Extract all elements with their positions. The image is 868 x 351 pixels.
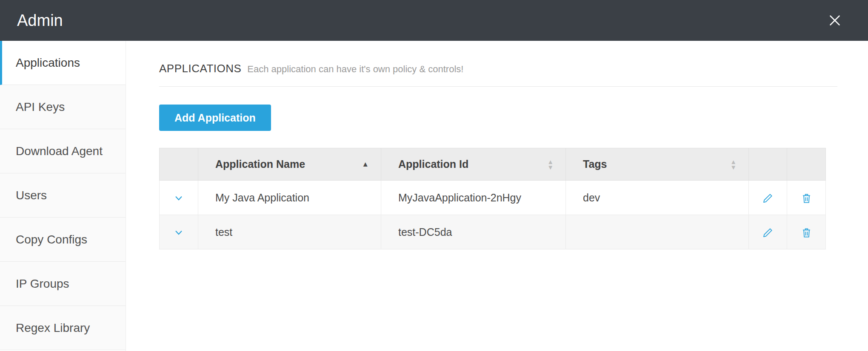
delete-column-header: [787, 148, 826, 181]
column-label: Tags: [583, 158, 607, 170]
cell-application-id: test-DC5da: [381, 215, 566, 249]
table-header-row: Application Name ▲ Application Id ▲ ▼: [160, 148, 826, 181]
expand-row-button[interactable]: [173, 226, 185, 238]
delete-button[interactable]: [801, 192, 812, 204]
add-application-button[interactable]: Add Application: [159, 105, 271, 131]
sidebar-item-label: Download Agent: [16, 144, 103, 158]
modal-header: Admin: [0, 0, 868, 41]
sort-ascending-icon[interactable]: ▲: [362, 161, 369, 168]
column-label: Application Id: [398, 158, 468, 170]
chevron-down-icon: [173, 226, 185, 238]
sidebar-item-label: Applications: [16, 56, 80, 70]
sidebar-item-applications[interactable]: Applications: [0, 41, 126, 85]
cell-application-name: My Java Application: [198, 181, 381, 215]
sidebar-item-copy-configs[interactable]: Copy Configs: [0, 218, 126, 262]
expand-column-header: [160, 148, 198, 181]
sidebar-item-api-keys[interactable]: API Keys: [0, 85, 126, 129]
page-title: Admin: [17, 11, 63, 30]
sidebar-item-label: Users: [16, 189, 47, 202]
cell-tags: [566, 215, 749, 249]
expand-row-button[interactable]: [173, 192, 185, 204]
sidebar-item-ip-groups[interactable]: IP Groups: [0, 262, 126, 306]
edit-button[interactable]: [762, 227, 774, 238]
pencil-icon: [762, 192, 774, 204]
close-icon: [827, 13, 842, 28]
sidebar-item-download-agent[interactable]: Download Agent: [0, 129, 126, 173]
section-subtitle: Each application can have it's own polic…: [247, 64, 463, 75]
cell-application-name: test: [198, 215, 381, 249]
modal-body: Applications API Keys Download Agent Use…: [0, 41, 868, 351]
trash-icon: [801, 192, 812, 204]
column-header-application-id[interactable]: Application Id ▲ ▼: [381, 148, 566, 181]
sort-toggle-icon[interactable]: ▲ ▼: [730, 159, 737, 170]
sort-down-icon: ▼: [547, 164, 554, 170]
sidebar-item-label: Copy Configs: [16, 233, 87, 246]
column-label: Application Name: [215, 158, 305, 170]
column-header-tags[interactable]: Tags ▲ ▼: [566, 148, 749, 181]
applications-table: Application Name ▲ Application Id ▲ ▼: [159, 148, 826, 249]
main-content: APPLICATIONS Each application can have i…: [126, 41, 868, 351]
column-header-application-name[interactable]: Application Name ▲: [198, 148, 381, 181]
sidebar-item-label: IP Groups: [16, 277, 69, 291]
cell-application-id: MyJavaApplication-2nHgy: [381, 181, 566, 215]
edit-button[interactable]: [762, 192, 774, 204]
chevron-down-icon: [173, 192, 185, 204]
sort-toggle-icon[interactable]: ▲ ▼: [547, 159, 554, 170]
edit-column-header: [749, 148, 787, 181]
delete-button[interactable]: [801, 227, 812, 238]
sidebar-item-label: Regex Library: [16, 321, 90, 335]
sidebar-item-regex-library[interactable]: Regex Library: [0, 306, 126, 350]
table-row: My Java Application MyJavaApplication-2n…: [160, 181, 826, 215]
section-divider: [159, 86, 837, 87]
cell-tags: dev: [566, 181, 749, 215]
sort-down-icon: ▼: [730, 164, 737, 170]
pencil-icon: [762, 227, 774, 238]
table-row: test test-DC5da: [160, 215, 826, 249]
sidebar-item-label: API Keys: [16, 100, 65, 114]
sidebar-item-users[interactable]: Users: [0, 173, 126, 218]
sidebar: Applications API Keys Download Agent Use…: [0, 41, 126, 351]
close-button[interactable]: [825, 11, 844, 30]
section-title: APPLICATIONS: [159, 62, 241, 75]
trash-icon: [801, 227, 812, 238]
section-header: APPLICATIONS Each application can have i…: [159, 62, 837, 75]
applications-table-wrap: Application Name ▲ Application Id ▲ ▼: [159, 148, 837, 249]
